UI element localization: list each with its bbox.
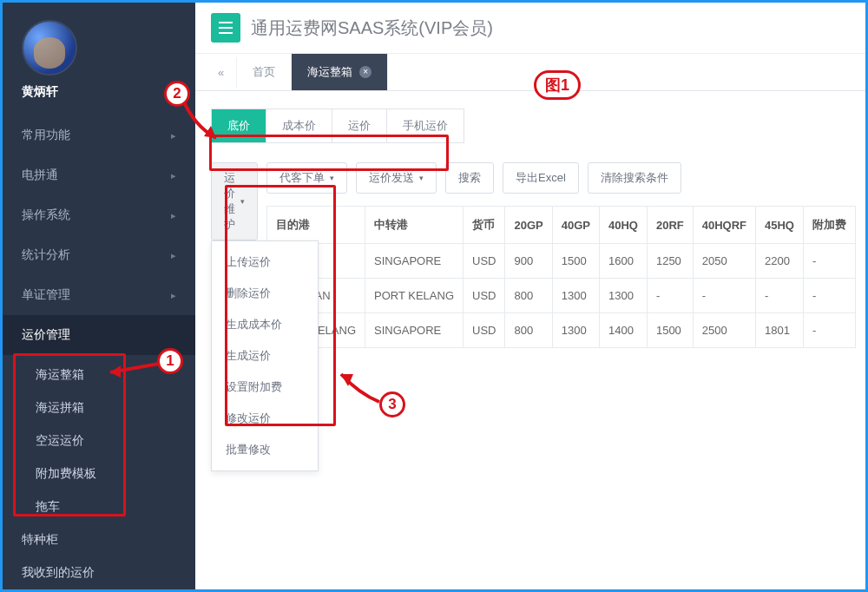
order-button[interactable]: 代客下单 ▾	[266, 162, 347, 194]
subtab-cost[interactable]: 成本价	[266, 109, 332, 142]
rates-table: 目的港 中转港 货币 20GP 40GP 40HQ 20RF 40HQRF 45…	[266, 206, 856, 348]
caret-down-icon: ▾	[240, 197, 245, 206]
avatar[interactable]	[22, 20, 77, 76]
export-button[interactable]: 导出Excel	[503, 162, 579, 194]
subnav-special[interactable]: 特种柜	[3, 523, 195, 556]
th-20gp[interactable]: 20GP	[505, 207, 552, 244]
subtab-mobile[interactable]: 手机运价	[387, 109, 464, 142]
sidebar-item-rates[interactable]: 运价管理	[3, 315, 195, 355]
tab-back-button[interactable]: «	[206, 57, 237, 88]
chevron-right-icon: ▸	[171, 130, 176, 141]
sidebar-item-label: 常用功能	[22, 128, 70, 143]
close-icon[interactable]: ×	[359, 66, 372, 78]
sidebar-nav: 常用功能 ▸ 电拼通 ▸ 操作系统 ▸ 统计分析 ▸ 单证管理 ▸ 运价管理	[3, 115, 195, 355]
table-header-row: 目的港 中转港 货币 20GP 40GP 40HQ 20RF 40HQRF 45…	[267, 207, 856, 244]
price-type-tabs: 底价 成本价 运价 手机运价	[211, 109, 464, 143]
subnav-air[interactable]: 空运运价	[3, 424, 195, 457]
sidebar-item-label: 电拼通	[22, 168, 58, 183]
sidebar-item-label: 运价管理	[22, 327, 70, 343]
subnav-lcl[interactable]: 海运拼箱	[3, 391, 195, 424]
mi-upload[interactable]: 上传运价	[212, 247, 318, 278]
username: 黄炳轩	[22, 84, 58, 100]
page-title: 通用运费网SAAS系统(VIP会员)	[251, 16, 493, 40]
sidebar-item-docs[interactable]: 单证管理 ▸	[3, 275, 195, 315]
th-surcharge[interactable]: 附加费	[803, 207, 855, 244]
sidebar-item-epin[interactable]: 电拼通 ▸	[3, 155, 195, 195]
tabs-row: « 首页 海运整箱 ×	[195, 54, 865, 91]
mi-batch[interactable]: 批量修改	[212, 434, 318, 465]
table-row[interactable]: BELAWAN PORT KELANG USD 800 1300 1300 - …	[267, 279, 856, 313]
caret-down-icon: ▾	[330, 174, 334, 182]
clear-button[interactable]: 清除搜索条件	[588, 162, 681, 194]
table-row[interactable]: DUBAI SINGAPORE USD 900 1500 1600 1250 2…	[267, 244, 856, 279]
sidebar-item-label: 单证管理	[22, 287, 70, 303]
th-45hq[interactable]: 45HQ	[756, 207, 804, 244]
mi-gen-rate[interactable]: 生成运价	[212, 340, 318, 372]
subtab-rate[interactable]: 运价	[332, 109, 387, 142]
chevron-right-icon: ▸	[171, 170, 176, 181]
sidebar-item-ops[interactable]: 操作系统 ▸	[3, 195, 195, 235]
subtab-base[interactable]: 底价	[212, 109, 266, 142]
maintain-menu: 上传运价 删除运价 生成成本价 生成运价 设置附加费 修改运价 批量修改	[211, 240, 319, 471]
tab-home[interactable]: 首页	[237, 54, 292, 90]
chevron-right-icon: ▸	[171, 250, 176, 261]
tab-ocean-fcl[interactable]: 海运整箱 ×	[292, 54, 388, 90]
profile: 黄炳轩	[3, 10, 195, 115]
th-via[interactable]: 中转港	[365, 207, 464, 244]
subnav-truck[interactable]: 拖车	[3, 490, 195, 523]
chevron-right-icon: ▸	[171, 290, 176, 301]
toolbar: 运价维护 ▾ 上传运价 删除运价 生成成本价 生成运价 设置附加费 修改运价 批…	[211, 162, 850, 348]
menu-toggle-button[interactable]	[211, 13, 240, 43]
sidebar-item-label: 统计分析	[22, 247, 70, 263]
mi-delete[interactable]: 删除运价	[212, 278, 318, 309]
toolbar-right: 代客下单 ▾ 运价发送 ▾ 搜索 导出Excel 清除搜索条件	[266, 162, 856, 348]
th-40hqrf[interactable]: 40HQRF	[693, 207, 755, 244]
topbar: 通用运费网SAAS系统(VIP会员)	[195, 3, 865, 54]
th-20rf[interactable]: 20RF	[647, 207, 693, 244]
sidebar-item-stats[interactable]: 统计分析 ▸	[3, 235, 195, 275]
mi-gen-cost[interactable]: 生成成本价	[212, 309, 318, 340]
search-button[interactable]: 搜索	[445, 162, 494, 194]
double-chevron-left-icon: «	[218, 66, 224, 79]
main: 通用运费网SAAS系统(VIP会员) « 首页 海运整箱 × 底价 成本价 运价…	[195, 3, 865, 589]
sidebar: 黄炳轩 常用功能 ▸ 电拼通 ▸ 操作系统 ▸ 统计分析 ▸ 单证管理 ▸	[3, 3, 195, 589]
th-40gp[interactable]: 40GP	[552, 207, 599, 244]
th-cur[interactable]: 货币	[464, 207, 505, 244]
sidebar-item-label: 操作系统	[22, 207, 70, 223]
table-row[interactable]: PORT KELANG SINGAPORE USD 800 1300 1400 …	[267, 313, 856, 348]
maintain-dropdown: 运价维护 ▾ 上传运价 删除运价 生成成本价 生成运价 设置附加费 修改运价 批…	[211, 162, 258, 240]
th-40hq[interactable]: 40HQ	[599, 207, 647, 244]
content: 底价 成本价 运价 手机运价 运价维护 ▾ 上传运价 删除运价 生成成本价 生成…	[195, 91, 865, 348]
sidebar-item-common[interactable]: 常用功能 ▸	[3, 115, 195, 155]
sidebar-subnav: 海运整箱 海运拼箱 空运运价 附加费模板 拖车 特种柜 我收到的运价	[3, 355, 195, 592]
maintain-button[interactable]: 运价维护 ▾	[211, 162, 258, 240]
mi-edit[interactable]: 修改运价	[212, 403, 318, 434]
mi-surcharge[interactable]: 设置附加费	[212, 372, 318, 403]
chevron-right-icon: ▸	[171, 210, 176, 221]
send-button[interactable]: 运价发送 ▾	[356, 162, 437, 194]
subnav-fcl[interactable]: 海运整箱	[3, 358, 195, 391]
subnav-surcharge[interactable]: 附加费模板	[3, 457, 195, 490]
subnav-received[interactable]: 我收到的运价	[3, 556, 195, 589]
caret-down-icon: ▾	[419, 174, 424, 182]
th-dest[interactable]: 目的港	[267, 207, 365, 244]
